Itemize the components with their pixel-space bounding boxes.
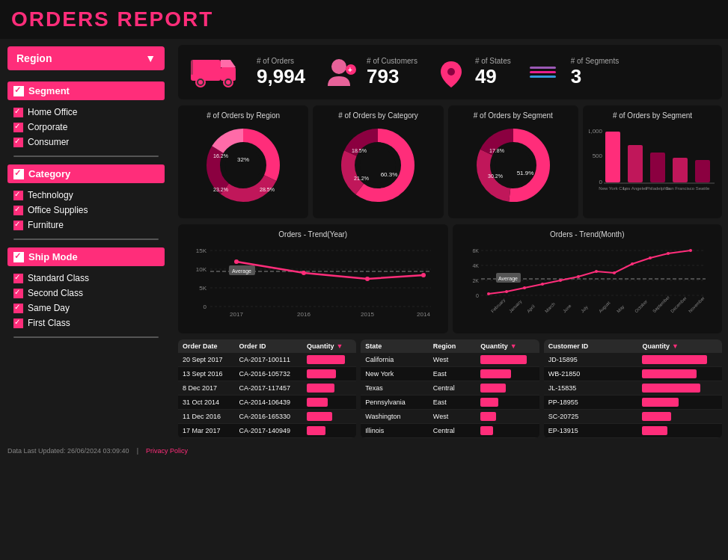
- svg-point-90: [689, 249, 692, 252]
- table-row: Pennsylvania East: [361, 396, 539, 410]
- trend-year: Orders - Trend(Year) 15K 10K 5K 0 Averag…: [178, 224, 448, 333]
- segments-value: 3: [571, 65, 619, 88]
- consumer-checkbox[interactable]: [13, 138, 23, 147]
- svg-text:6K: 6K: [472, 248, 479, 253]
- filter-item-consumer[interactable]: Consumer: [7, 135, 165, 150]
- order-date: 31 Oct 2014: [183, 399, 239, 406]
- kpi-row: # of Orders 9,994 + # of Customers 793: [178, 45, 722, 99]
- state-qty-bar: [480, 426, 534, 435]
- bar-chart-container: 1,000 500 0 New York City Los Angel: [589, 124, 716, 212]
- footer: Data Last Updated: 26/06/2024 03:09:40 |…: [0, 444, 728, 458]
- customer-qty-bar: [642, 426, 718, 435]
- svg-text:5K: 5K: [199, 285, 207, 292]
- svg-text:21.2%: 21.2%: [355, 176, 370, 181]
- svg-text:17.8%: 17.8%: [489, 148, 504, 153]
- map-icon: [436, 58, 466, 87]
- svg-point-60: [234, 259, 239, 264]
- category-checkbox-icon[interactable]: [13, 169, 24, 179]
- customer-table-body: JD-15895 WB-21850 JL-15835 PP-18955 SC-2…: [544, 353, 722, 438]
- homeoffice-checkbox[interactable]: [13, 108, 23, 117]
- svg-rect-41: [673, 158, 688, 182]
- technology-label: Technology: [28, 190, 73, 200]
- donut-category: 60.3% 18.5% 21.2%: [319, 124, 437, 206]
- svg-text:10K: 10K: [196, 266, 207, 273]
- svg-point-86: [613, 271, 616, 274]
- order-date: 17 Mar 2017: [183, 427, 239, 434]
- orders-table-body: 20 Sept 2017 CA-2017-100111 13 Sept 2016…: [178, 353, 356, 438]
- customer-table: Customer ID Quantity ▼ JD-15895 WB-21850…: [544, 339, 722, 438]
- filter-item-technology[interactable]: Technology: [7, 188, 165, 203]
- svg-text:18.5%: 18.5%: [352, 148, 367, 153]
- orders-value: 9,994: [257, 65, 305, 88]
- firstclass-checkbox[interactable]: [13, 319, 23, 328]
- privacy-policy-link[interactable]: Privacy Policy: [146, 447, 188, 455]
- svg-text:February: February: [490, 298, 506, 313]
- customer-id: JL-15835: [548, 384, 643, 392]
- officesupplies-checkbox[interactable]: [13, 206, 23, 215]
- trends-row: Orders - Trend(Year) 15K 10K 5K 0 Averag…: [178, 224, 722, 333]
- category-header: Category: [7, 164, 165, 183]
- shipmode-checkbox-icon[interactable]: [13, 252, 24, 262]
- filter-item-homeoffice[interactable]: Home Office: [7, 105, 165, 120]
- state-col3-header: Quantity ▼: [480, 342, 534, 350]
- filter-item-secondclass[interactable]: Second Class: [7, 286, 165, 301]
- svg-text:28.5%: 28.5%: [260, 187, 275, 192]
- chart-segment: # of Orders by Segment 51.9% 30.2% 17.8%: [448, 105, 578, 218]
- secondclass-checkbox[interactable]: [13, 289, 23, 298]
- state-qty-bar: [480, 384, 534, 393]
- customer-qty-bar: [642, 398, 718, 407]
- svg-text:30.2%: 30.2%: [488, 173, 503, 179]
- svg-text:23.2%: 23.2%: [213, 187, 228, 192]
- region-label: Region: [16, 52, 52, 64]
- chart-category-title: # of Orders by Category: [319, 111, 437, 120]
- order-date: 13 Sept 2016: [183, 370, 239, 378]
- filter-item-sameday[interactable]: Same Day: [7, 301, 165, 316]
- table-row: JL-15835: [544, 381, 722, 396]
- filter-item-standardclass[interactable]: Standard Class: [7, 271, 165, 286]
- region-dropdown[interactable]: Region ▼: [7, 46, 165, 70]
- state-quantity-sort-icon[interactable]: ▼: [510, 342, 517, 350]
- quantity-sort-icon[interactable]: ▼: [336, 342, 343, 350]
- svg-text:June: June: [562, 303, 572, 313]
- furniture-checkbox[interactable]: [13, 221, 23, 230]
- chart-bar-title: # of Orders by Segment: [589, 111, 716, 120]
- table-row: PP-18955: [544, 396, 722, 410]
- table-row: 20 Sept 2017 CA-2017-100111: [178, 353, 356, 367]
- table-row: SC-20725: [544, 410, 722, 424]
- svg-point-88: [649, 256, 652, 259]
- svg-text:+: +: [348, 66, 352, 74]
- states-value: 49: [475, 65, 511, 88]
- svg-text:Seattle: Seattle: [696, 186, 710, 191]
- filter-item-furniture[interactable]: Furniture: [7, 218, 165, 233]
- sameday-checkbox[interactable]: [13, 304, 23, 313]
- filter-item-officesupplies[interactable]: Office Supplies: [7, 203, 165, 218]
- svg-text:November: November: [688, 296, 706, 314]
- trend-month-title: Orders - Trend(Month): [459, 230, 717, 239]
- customer-qty-bar: [642, 355, 718, 364]
- furniture-label: Furniture: [28, 220, 64, 230]
- seg-line-3: [530, 76, 556, 78]
- filter-item-firstclass[interactable]: First Class: [7, 316, 165, 330]
- svg-point-6: [226, 80, 230, 84]
- state-name: Washington: [365, 413, 433, 420]
- svg-point-63: [421, 273, 426, 277]
- corporate-checkbox[interactable]: [13, 123, 23, 132]
- trend-month: Orders - Trend(Month) 6K 4K 2K 0 Average: [453, 224, 723, 333]
- state-col2-header: Region: [433, 342, 480, 350]
- table-row: 11 Dec 2016 CA-2016-165330: [178, 410, 356, 424]
- technology-checkbox[interactable]: [13, 191, 23, 200]
- svg-text:1,000: 1,000: [589, 128, 603, 135]
- chart-region-title: # of Orders by Region: [184, 111, 302, 120]
- svg-text:Los Angeles: Los Angeles: [623, 186, 648, 191]
- svg-point-85: [595, 270, 598, 273]
- svg-rect-42: [695, 160, 710, 182]
- segment-checkbox-icon[interactable]: [13, 86, 24, 96]
- firstclass-label: First Class: [28, 318, 70, 328]
- state-region: East: [433, 370, 480, 378]
- main-content: # of Orders 9,994 + # of Customers 793: [172, 39, 728, 444]
- standardclass-checkbox[interactable]: [13, 274, 23, 283]
- donut-segment: 51.9% 30.2% 17.8%: [454, 124, 572, 206]
- filter-item-corporate[interactable]: Corporate: [7, 120, 165, 135]
- header: ORDERS REPORT: [0, 0, 728, 39]
- customer-quantity-sort-icon[interactable]: ▼: [672, 342, 679, 350]
